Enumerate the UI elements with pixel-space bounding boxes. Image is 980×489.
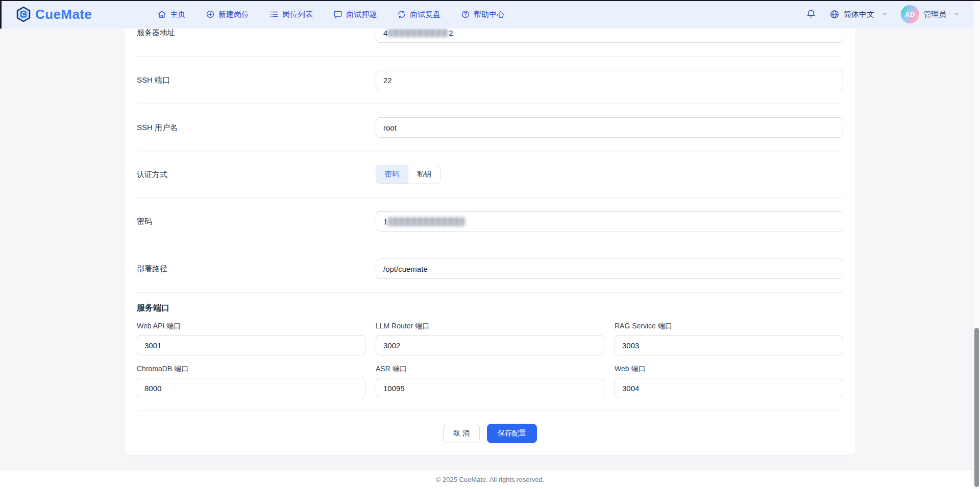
top-navbar: C CueMate 主页 新建岗位 [0, 0, 980, 29]
nav-item-label: 新建岗位 [218, 10, 249, 19]
scrollbar-thumb[interactable] [974, 328, 979, 487]
ports-grid: Web API 端口 LLM Router 端口 RAG Service 端口 … [137, 322, 843, 398]
user-role: 管理员 [923, 10, 946, 19]
copyright-text: © 2025 CueMate. All rights reserved. [436, 476, 545, 483]
form-row-server-address: 服务器地址 42 [137, 29, 843, 57]
nav-item-label: 主页 [170, 10, 185, 19]
cuemate-logo-icon: C [16, 7, 31, 22]
notifications-button[interactable] [806, 9, 816, 20]
chevron-down-icon [953, 10, 960, 19]
server-address-input[interactable]: 42 [376, 29, 843, 43]
port-field-chromadb: ChromaDB 端口 [137, 365, 365, 398]
avatar: AD [901, 5, 919, 23]
chromadb-port-input[interactable] [137, 378, 365, 398]
language-label: 简体中文 [844, 10, 874, 19]
password-prefix: 1 [383, 217, 387, 226]
redacted-value [388, 217, 464, 226]
auth-method-toggle: 密码 私钥 [376, 165, 440, 184]
form-row-password: 密码 1 [137, 198, 843, 245]
vertical-scrollbar[interactable] [973, 1, 980, 489]
form-actions: 取 消 保存配置 [137, 411, 843, 455]
bell-icon [806, 9, 816, 20]
nav-item-label: 帮助中心 [474, 10, 504, 19]
section-title: 服务端口 [137, 303, 843, 314]
header-right: 简体中文 AD 管理员 [806, 5, 960, 23]
globe-icon [829, 9, 840, 19]
brand-name: CueMate [35, 7, 92, 22]
auth-option-private-key[interactable]: 私钥 [408, 165, 440, 184]
chat-icon [333, 10, 342, 19]
page-footer: © 2025 CueMate. All rights reserved. [0, 469, 980, 489]
field-label: 密码 [137, 217, 376, 226]
field-label: RAG Service 端口 [615, 322, 843, 331]
nav-item-label: 岗位列表 [282, 10, 313, 19]
save-config-button[interactable]: 保存配置 [487, 424, 537, 443]
question-circle-icon [461, 10, 470, 19]
field-label: ASR 端口 [376, 365, 604, 374]
field-label: LLM Router 端口 [376, 322, 604, 331]
nav-item-label: 面试复盘 [410, 10, 440, 19]
nav-item-new-position[interactable]: 新建岗位 [206, 10, 249, 19]
plus-circle-icon [206, 10, 215, 19]
auth-option-password[interactable]: 密码 [376, 165, 408, 184]
service-ports-section: 服务端口 Web API 端口 LLM Router 端口 RAG Servic… [137, 293, 843, 411]
port-field-llm-router: LLM Router 端口 [376, 322, 604, 355]
asr-port-input[interactable] [376, 378, 604, 398]
ssh-username-input[interactable] [376, 117, 843, 138]
ssh-port-input[interactable] [376, 70, 843, 90]
brand[interactable]: C CueMate [16, 7, 92, 22]
nav-item-interview-review[interactable]: 面试复盘 [397, 10, 440, 19]
field-label: SSH 端口 [137, 75, 376, 85]
form-row-ssh-port: SSH 端口 [137, 57, 843, 104]
deploy-path-input[interactable] [376, 259, 843, 279]
list-icon [270, 10, 279, 19]
redacted-value [388, 29, 448, 37]
server-address-suffix: 2 [449, 29, 453, 37]
main-nav: 主页 新建岗位 岗位列表 [157, 10, 504, 19]
field-label: 认证方式 [137, 170, 376, 179]
nav-item-help-center[interactable]: 帮助中心 [461, 10, 504, 19]
refresh-icon [397, 10, 406, 19]
port-field-web-api: Web API 端口 [137, 322, 365, 355]
window-left-edge [0, 0, 2, 29]
home-icon [157, 10, 166, 19]
app-screen: C CueMate 主页 新建岗位 [0, 0, 980, 489]
language-selector[interactable]: 简体中文 [829, 9, 888, 19]
password-input[interactable]: 1 [376, 211, 843, 231]
cancel-button[interactable]: 取 消 [443, 424, 480, 443]
nav-item-interview-questions[interactable]: 面试押题 [333, 10, 377, 19]
web-port-input[interactable] [615, 378, 843, 398]
field-label: 服务器地址 [137, 29, 376, 38]
form-row-auth-method: 认证方式 密码 私钥 [137, 151, 843, 198]
window-top-edge [0, 0, 980, 1]
field-label: 部署路径 [137, 264, 376, 274]
field-label: SSH 用户名 [137, 123, 376, 133]
user-menu[interactable]: AD 管理员 [901, 5, 960, 23]
llm-router-port-input[interactable] [376, 335, 604, 355]
web-api-port-input[interactable] [137, 335, 365, 355]
deploy-config-card: 服务器地址 42 SSH 端口 SSH 用户名 [125, 29, 855, 455]
rag-service-port-input[interactable] [615, 335, 843, 355]
form-row-ssh-username: SSH 用户名 [137, 104, 843, 151]
port-field-rag-service: RAG Service 端口 [615, 322, 843, 355]
field-label: ChromaDB 端口 [137, 365, 365, 374]
nav-item-home[interactable]: 主页 [157, 10, 185, 19]
nav-item-position-list[interactable]: 岗位列表 [270, 10, 313, 19]
nav-item-label: 面试押题 [346, 10, 377, 19]
field-label: Web API 端口 [137, 322, 365, 331]
port-field-web: Web 端口 [615, 365, 843, 398]
port-field-asr: ASR 端口 [376, 365, 604, 398]
svg-text:C: C [21, 11, 26, 17]
server-address-prefix: 4 [383, 29, 387, 37]
main-content: 服务器地址 42 SSH 端口 SSH 用户名 [0, 29, 980, 469]
chevron-down-icon [881, 10, 888, 19]
field-label: Web 端口 [615, 365, 843, 374]
form-row-deploy-path: 部署路径 [137, 245, 843, 293]
